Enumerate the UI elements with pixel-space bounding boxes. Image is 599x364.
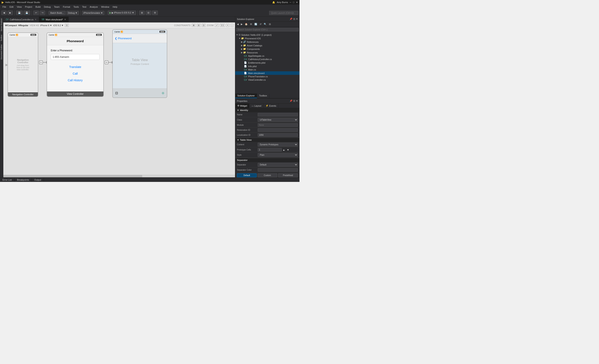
tree-resources[interactable]: ▶ 📁 Resources [235,51,300,54]
constraints-btn-2[interactable]: ⊟ [197,24,201,27]
props-style-select[interactable]: Plain [258,153,298,157]
menu-debug[interactable]: Debug [42,5,52,9]
menu-tools[interactable]: Tools [72,5,80,9]
tab-mainstoryboard[interactable]: SB Main.storyboard* ✕ [39,17,69,22]
tableview-collapse-icon[interactable]: ▼ [237,139,239,141]
menu-team[interactable]: Team [53,5,61,9]
props-pin-icon[interactable]: 📌 [290,100,292,102]
misc-btn-3[interactable]: ⚙ [152,11,158,15]
menu-help[interactable]: Help [111,5,119,9]
props-tab-events[interactable]: ⚡ Events [264,104,279,108]
vc-input-field[interactable]: 1-855-Xamarin [51,54,100,60]
props-module-input[interactable] [258,123,298,127]
tree-viewcontroller[interactable]: C# ViewController.cs [235,78,300,81]
tree-project[interactable]: ▼ 📁 Phoneword iOS [235,37,300,40]
tree-components[interactable]: ▶ 📁 Components [235,47,300,51]
se-sync-btn[interactable]: 🔄 [254,22,258,26]
se-close-icon[interactable]: ✕ [296,18,298,20]
props-stepper-down[interactable]: ▼ [286,148,290,151]
se-settings-btn[interactable]: ⚙ [249,22,253,26]
misc-btn-2[interactable]: ⊟ [146,11,151,15]
close-btn[interactable]: ✕ [296,1,298,4]
menu-window[interactable]: Window [99,5,111,9]
debug-dropdown[interactable]: Debug ▼ [67,11,79,15]
se-search-input[interactable] [236,28,299,31]
props-localization-input[interactable] [258,133,298,137]
document-outline-tab[interactable]: Document Outline [0,43,3,61]
bottom-tab-output[interactable]: Output [32,178,44,182]
zoom-in-btn[interactable]: + [226,24,229,27]
forward-btn[interactable]: ▶ [8,11,13,15]
se-forward-btn[interactable]: ▶ [240,22,243,26]
tab-solution-explorer[interactable]: Solution Explorer [235,94,257,98]
save-all-btn[interactable]: 💾 [24,11,30,15]
tab-callhistory[interactable]: C# CallHistoryController.cs ✕ [3,17,39,22]
props-separator-color-input[interactable] [258,168,298,172]
se-pin-icon[interactable]: 📌 [290,18,292,20]
se-filter-btn[interactable]: 🔍 [263,22,267,26]
zoom-out-btn[interactable]: - [231,24,233,27]
tree-entitlements[interactable]: 📄 Entitlements.plist [235,61,300,64]
props-prototype-cells-input[interactable] [258,148,282,152]
canvas-hscroll-thumb[interactable] [3,175,142,177]
server-explorer-tab[interactable]: Server Explorer [0,17,3,33]
menu-test[interactable]: Test [80,5,88,9]
save-btn[interactable]: 💾 [16,11,23,15]
se-home-btn[interactable]: 🏠 [244,22,248,26]
quick-launch-input[interactable] [269,11,298,15]
menu-edit[interactable]: Edit [8,5,15,9]
menu-format[interactable]: Format [61,5,72,9]
play-btn[interactable]: ▶ ▶ iPhone 6 iOS 9.2 ▼ [107,11,136,15]
menu-analyze[interactable]: Analyze [88,5,99,9]
bottom-tab-breakpoints[interactable]: Breakpoints [15,178,32,182]
bottom-tab-errorlist[interactable]: Error List [0,178,15,182]
tree-mainstoryboard[interactable]: 📄 Main.storyboard [235,71,300,75]
nav-controller[interactable]: Carrier 📶 ■■■■ Navigation Controller Ctr… [8,32,38,97]
props-restoration-input[interactable] [258,128,298,132]
props-separator-select[interactable]: Default [258,163,298,167]
constraints-btn-3[interactable]: ⊡ [202,24,205,27]
props-content-select[interactable]: Dynamic Prototypes [258,143,298,147]
back-btn[interactable]: ◀ [1,11,7,15]
props-tab-widget[interactable]: ⚙ Widget [235,104,249,108]
props-close-icon[interactable]: ✕ [296,100,298,102]
se-collapse-btn[interactable]: ⊟ [268,22,272,26]
props-name-input[interactable] [258,113,298,116]
iphone6-dropdown[interactable]: iPhone 6 ▼ [40,24,52,27]
batch-build-btn[interactable]: Batch Build... [48,11,66,15]
tree-infoplist[interactable]: 📄 Info.plist [235,64,300,68]
misc-btn-1[interactable]: ⊞ [139,11,145,15]
se-back-btn[interactable]: ◀ [236,22,239,26]
vc-translate-btn[interactable]: Translate [51,64,100,70]
toolbox-tab-left[interactable]: Toolbox [0,33,3,43]
menu-file[interactable]: File [1,5,8,9]
asset-catalogs-expand[interactable]: ▶ [241,44,243,47]
menu-build[interactable]: Build [34,5,42,9]
tab-callhistory-close[interactable]: ✕ [35,18,36,21]
references-expand[interactable]: ▶ [241,41,243,43]
tab-storyboard-close[interactable]: ✕ [64,18,66,21]
props-tab-layout[interactable]: — Layout [249,104,264,108]
ios-dropdown[interactable]: iOS 9.2 ▼ [53,24,64,27]
menu-view[interactable]: View [15,5,24,9]
sep-btn-custom[interactable]: Custom [257,173,277,177]
tree-solution[interactable]: ▼ ⊡ Solution 'Hello.iOS' (1 project) [235,33,300,37]
vc-call-btn[interactable]: Call [51,70,100,77]
maximize-btn[interactable]: □ [293,1,294,4]
tc-back-btn[interactable]: ❮ Phoneword [115,37,132,40]
zoom-actual-btn[interactable]: 1:1 [220,24,225,27]
view-controller-panel[interactable]: Carrier 📶 ■■■■ Phoneword Enter a Phonewo… [47,32,104,97]
tc-bottom-icon-2[interactable]: ⊕ [162,91,164,95]
tree-references[interactable]: ▶ 🔗 References [235,40,300,44]
canvas-hscroll[interactable] [3,175,235,177]
se-refresh-btn[interactable]: ↺ [259,22,262,26]
zoom-fit-btn[interactable]: ⤢ [215,24,219,27]
tree-phonetranslator[interactable]: C# PhoneTranslator.cs [235,75,300,78]
tab-toolbox[interactable]: Toolbox [257,94,269,98]
tree-maincs[interactable]: C# Main.cs [235,68,300,71]
solution-expand[interactable]: ▼ [236,34,238,36]
tc-bottom-icon-1[interactable]: ⊡ [115,91,118,95]
props-class-select[interactable]: UITableView [258,118,298,122]
redo-btn[interactable]: ↪ [40,11,45,15]
undo-btn[interactable]: ↩ [33,11,39,15]
